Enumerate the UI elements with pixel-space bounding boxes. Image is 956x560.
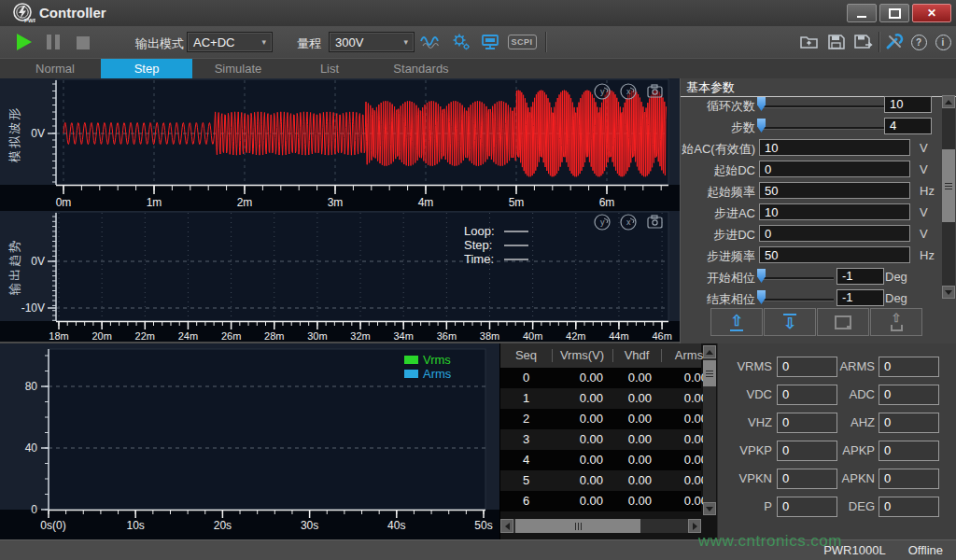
param-input[interactable] [759,225,910,242]
app-title: Controller [39,5,106,21]
minimize-button[interactable] [847,4,877,22]
param-slider-handle[interactable] [757,97,766,111]
param-slider-track[interactable] [761,277,834,280]
measure-trend-chart[interactable]: 040800s(0)10s20s30s40s50sVrmsArms [0,343,499,539]
tab-step[interactable]: Step [101,59,192,78]
info-icon: i [935,35,951,50]
param-label: 步进AC [681,205,755,222]
table-vscroll-down-button[interactable] [703,502,716,515]
param-input[interactable] [759,203,910,220]
param-row: 起始DCV [681,160,956,179]
table-vscroll-thumb[interactable] [703,360,716,386]
maximize-button[interactable] [879,4,909,22]
column-header-vrmsv[interactable]: Vrms(V) [552,343,612,368]
grip-icon [706,373,713,374]
x-tick-label: 26m [221,330,241,342]
param-slider-handle[interactable] [757,290,766,304]
table-cell: 0.00 [612,368,652,388]
table-row[interactable]: 20.000.000.00 [500,409,701,429]
help-button[interactable]: ? [907,33,930,51]
tab-simulate[interactable]: Simulate [192,59,284,78]
info-button[interactable]: i [932,33,954,51]
param-input[interactable] [759,246,910,263]
tab-standards[interactable]: Standards [375,59,467,78]
param-slider-handle[interactable] [757,269,766,283]
column-header-vhdf[interactable]: Vhdf [612,343,661,368]
table-row[interactable]: 30.000.000.00 [500,429,701,450]
settings-button[interactable] [450,33,472,51]
measure-field-arms[interactable]: 0 [879,357,939,377]
param-input[interactable] [759,182,910,199]
table-row[interactable]: 50.000.000.00 [500,470,701,491]
x-tick-label: 38m [480,330,499,342]
measure-field-ahz[interactable]: 0 [879,413,939,433]
waveform-canvas: 0m1m2m3m4m5m6m0V模拟波形yx [0,78,680,211]
param-value-box[interactable]: 4 [884,118,932,134]
save-as-button[interactable] [852,33,875,51]
param-row: 步进频率Hz [681,245,956,265]
table-cell: 0.00 [612,491,652,511]
save-button[interactable] [825,33,848,51]
simulated-waveform-chart[interactable]: 0m1m2m3m4m5m6m0V模拟波形yx [0,78,680,211]
measure-field-apkp[interactable]: 0 [879,441,939,461]
param-label: 循环次数 [681,98,755,115]
params-scroll-up-button[interactable] [942,95,955,108]
param-slider-handle[interactable] [757,119,766,133]
table-hscroll-right-button[interactable] [688,519,701,533]
output-mode-select[interactable]: AC+DC ▾ [187,32,273,52]
stop-button[interactable] [77,35,90,49]
column-header-seq[interactable]: Seq [500,343,552,368]
table-row[interactable]: 60.000.000.00 [500,491,701,511]
x-tick-label: 46m [652,330,671,342]
trend-canvas: 0V-10V18m20m22m24m26m28m30m32m34m36m38m4… [0,211,680,342]
param-row: 起始频率Hz [681,181,956,201]
param-unit: Hz [920,248,935,262]
load-sequence-file-button[interactable]: ⇧ [870,308,922,336]
upload-to-device-button[interactable]: ⇧ [710,308,763,336]
tab-normal[interactable]: Normal [9,59,101,78]
table-hscroll-thumb[interactable] [515,519,640,533]
output-trend-chart[interactable]: 0V-10V18m20m22m24m26m28m30m32m34m36m38m4… [0,211,680,342]
measure-label-ahz: AHZ [811,413,875,433]
param-value-box[interactable]: 10 [884,96,932,113]
remote-display-button[interactable] [480,33,502,51]
close-button[interactable]: ✕ [912,4,951,22]
tab-list[interactable]: List [284,59,375,78]
run-button[interactable] [17,34,32,50]
measure-field-adc[interactable]: 0 [879,385,939,405]
open-file-button[interactable] [798,33,821,51]
param-value-box[interactable]: -1 [836,268,884,285]
table-row[interactable]: 10.000.000.00 [500,388,701,409]
param-slider-track[interactable] [761,105,884,108]
measure-field-apkn[interactable]: 0 [879,469,939,489]
param-slider-track[interactable] [761,299,834,301]
arrow-up-icon [706,350,713,355]
params-scroll-thumb[interactable] [942,149,955,222]
table-hscroll-left-button[interactable] [500,519,513,533]
range-select[interactable]: 300V ▾ [329,32,415,52]
tools-button[interactable] [883,33,906,51]
download-from-device-button[interactable]: ⇩ [764,308,816,336]
param-slider-track[interactable] [761,127,884,130]
range-value: 300V [335,35,363,49]
params-scroll-down-button[interactable] [942,286,955,299]
scpi-button[interactable]: SCPI [508,33,536,51]
table-vscroll-up-button[interactable] [703,345,716,358]
param-row: 开始相位-1Deg [681,267,956,287]
arrow-left-icon [505,523,510,530]
y-tick-label: 0V [31,127,45,140]
pause-button[interactable] [47,35,60,49]
param-value-box[interactable]: -1 [836,289,884,306]
arrow-down-icon [706,507,713,511]
table-cell: 0.00 [552,429,603,450]
waveform-view-button[interactable] [419,33,442,51]
param-input[interactable] [759,161,910,177]
x-tick-label: 32m [350,330,370,342]
table-row[interactable]: 00.000.000.00 [500,368,701,388]
save-sequence-file-button[interactable] [817,308,869,336]
vrms-arms-canvas: 040800s(0)10s20s30s40s50sVrmsArms [0,343,499,539]
table-row[interactable]: 40.000.000.00 [500,450,701,470]
measure-field-deg[interactable]: 0 [879,497,939,517]
param-input[interactable] [759,139,910,156]
legend-label: Vrms [423,353,451,367]
